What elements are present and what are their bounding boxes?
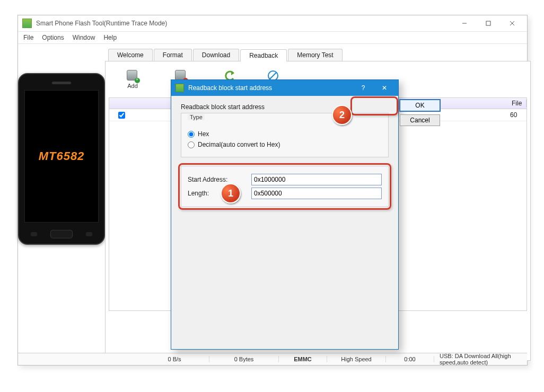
window-title: Smart Phone Flash Tool(Runtime Trace Mod…	[36, 20, 167, 27]
radio-decimal-label: Decimal(auto convert to Hex)	[198, 141, 280, 148]
menubar: File Options Window Help	[18, 32, 527, 44]
tab-readback[interactable]: Readback	[240, 49, 287, 61]
dialog-title: Readback block start address	[188, 84, 353, 92]
maximize-button[interactable]	[476, 16, 500, 31]
length-label: Length:	[188, 190, 251, 197]
tab-welcome[interactable]: Welcome	[108, 49, 153, 61]
minimize-button[interactable]	[452, 16, 476, 31]
tab-format[interactable]: Format	[154, 49, 192, 61]
grid-header-file: File	[507, 100, 527, 107]
annotation-badge-2: 2	[332, 105, 352, 125]
svg-line-6	[270, 73, 276, 79]
menu-window[interactable]: Window	[73, 34, 95, 41]
dialog-group-label: Readback block start address	[181, 103, 389, 111]
row-file: 60	[506, 111, 527, 119]
status-time: 0:00	[386, 356, 434, 362]
status-usb-mode: USB: DA Download All(high speed,auto det…	[434, 353, 527, 366]
annotation-badge-1: 1	[221, 183, 241, 203]
phone-preview-panel: BM MT6582	[18, 44, 105, 354]
app-icon	[22, 19, 32, 28]
radio-hex-label: Hex	[198, 130, 209, 138]
address-fieldset: Start Address: Length:	[181, 166, 389, 207]
type-fieldset-title: Type	[188, 114, 205, 120]
type-fieldset: Type Hex Decimal(auto convert to Hex)	[181, 113, 389, 157]
dialog-close-button[interactable]: ✕	[374, 84, 395, 92]
row-checkbox[interactable]	[118, 112, 125, 119]
menu-file[interactable]: File	[23, 34, 33, 41]
tab-download[interactable]: Download	[193, 49, 239, 61]
menu-options[interactable]: Options	[42, 34, 64, 41]
phone-mockup: BM MT6582	[18, 73, 105, 245]
status-usb-speed: High Speed	[327, 356, 386, 362]
status-speed: 0 B/s	[140, 356, 209, 362]
phone-chip-label: MT6582	[39, 149, 85, 163]
toolbar-add[interactable]: Add	[127, 70, 138, 89]
start-address-input[interactable]	[251, 174, 382, 185]
dialog-help-button[interactable]: ?	[353, 84, 374, 92]
start-address-label: Start Address:	[188, 176, 251, 183]
menu-help[interactable]: Help	[103, 34, 117, 41]
radio-hex[interactable]	[188, 131, 195, 138]
toolbar-add-label: Add	[127, 83, 138, 89]
annotation-fields-highlight	[178, 163, 391, 210]
readback-address-dialog: Readback block start address ? ✕ Readbac…	[171, 79, 399, 350]
length-input[interactable]	[251, 188, 382, 199]
svg-rect-1	[486, 21, 490, 25]
dialog-titlebar: Readback block start address ? ✕	[171, 80, 398, 96]
radio-decimal[interactable]	[188, 141, 195, 148]
dialog-icon	[176, 84, 184, 92]
status-bytes: 0 Bytes	[209, 356, 279, 362]
statusbar: 0 B/s 0 Bytes EMMC High Speed 0:00 USB: …	[18, 353, 527, 365]
tab-bar: Welcome Format Download Readback Memory …	[105, 47, 531, 61]
tab-memory-test[interactable]: Memory Test	[288, 49, 342, 61]
close-button[interactable]	[500, 16, 524, 31]
cancel-button[interactable]: Cancel	[400, 114, 440, 126]
ok-button[interactable]: OK	[400, 100, 440, 111]
status-storage: EMMC	[279, 356, 327, 362]
titlebar: Smart Phone Flash Tool(Runtime Trace Mod…	[18, 15, 527, 32]
